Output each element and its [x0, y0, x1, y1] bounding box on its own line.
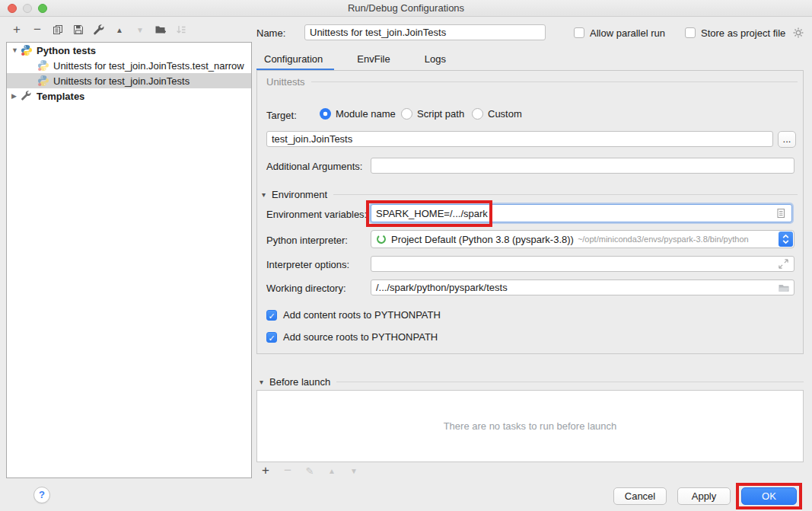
python-tests-icon [21, 44, 33, 56]
add-configuration-icon[interactable]: + [11, 24, 23, 36]
add-content-roots-label: Add content roots to PYTHONPATH [283, 309, 441, 321]
custom-radio[interactable] [472, 108, 483, 120]
target-input[interactable] [266, 131, 773, 147]
name-input[interactable] [304, 24, 546, 40]
edit-templates-wrench-icon[interactable] [93, 24, 105, 36]
python-test-config-icon [37, 75, 49, 87]
additional-arguments-label: Additional Arguments: [266, 158, 362, 174]
working-directory-wrap [371, 279, 794, 295]
additional-arguments-wrap [371, 158, 794, 174]
configuration-tabs: Configuration EnvFile Logs [256, 50, 473, 71]
add-source-roots-option[interactable]: ✓ Add source roots to PYTHONPATH [266, 331, 438, 343]
window-title: Run/Debug Configurations [0, 2, 812, 14]
additional-arguments-input[interactable] [371, 158, 794, 174]
unittests-section-separator: Unittests [266, 76, 798, 88]
allow-parallel-run-checkbox[interactable] [574, 27, 584, 38]
expand-interpreter-options-icon[interactable] [778, 258, 789, 272]
unittests-section-label: Unittests [266, 76, 305, 88]
tab-envfile[interactable]: EnvFile [349, 50, 401, 71]
templates-wrench-icon [21, 90, 33, 102]
ok-button[interactable]: OK [741, 487, 797, 505]
interpreter-options-label: Interpreter options: [266, 257, 349, 273]
interpreter-options-input[interactable] [371, 256, 794, 272]
cancel-button[interactable]: Cancel [613, 487, 667, 505]
environment-collapse-icon[interactable]: ▾ [262, 190, 266, 199]
tree-item-label: Unittests for test_join.JoinTests.test_n… [53, 60, 244, 72]
module-name-label: Module name [336, 108, 396, 120]
tree-item-label: Templates [37, 91, 84, 102]
tree-item-unittests-test-narrow[interactable]: Unittests for test_join.JoinTests.test_n… [7, 58, 251, 73]
before-launch-collapse-icon[interactable]: ▾ [260, 378, 263, 386]
tree-item-label: Python tests [37, 45, 96, 56]
move-down-icon[interactable]: ▼ [134, 24, 146, 36]
target-field-wrap [266, 131, 773, 147]
add-content-roots-checkbox[interactable]: ✓ [266, 310, 277, 321]
custom-label: Custom [488, 108, 522, 120]
script-path-radio[interactable] [401, 108, 412, 120]
working-directory-input[interactable] [371, 279, 794, 295]
target-custom-option[interactable]: Custom [472, 108, 522, 120]
help-button[interactable]: ? [33, 487, 50, 503]
tab-logs[interactable]: Logs [417, 50, 457, 71]
target-script-path-option[interactable]: Script path [401, 108, 464, 120]
before-launch-empty-message: There are no tasks to run before launch [444, 420, 617, 432]
name-field-wrap [304, 24, 546, 40]
before-launch-task-list: There are no tasks to run before launch [256, 390, 804, 462]
remove-task-icon[interactable]: − [282, 465, 294, 477]
before-launch-separator: ▾ Before launch [260, 376, 804, 388]
allow-parallel-run-option[interactable]: Allow parallel run [574, 27, 665, 39]
interpreter-dropdown-stepper-icon[interactable] [779, 232, 793, 247]
remove-configuration-icon[interactable]: − [31, 24, 43, 36]
store-as-project-file-gear-icon[interactable] [792, 27, 804, 39]
script-path-label: Script path [417, 108, 464, 120]
tree-expand-icon[interactable]: ▼ [11, 46, 21, 54]
environment-variables-value: SPARK_HOME=/.../spark [376, 208, 488, 219]
name-label: Name: [256, 25, 285, 41]
title-bar: Run/Debug Configurations [0, 0, 812, 17]
environment-variables-field[interactable]: SPARK_HOME=/.../spark [371, 204, 792, 222]
tree-item-unittests-jointests[interactable]: Unittests for test_join.JoinTests [7, 73, 251, 88]
move-task-up-icon[interactable]: ▲ [326, 465, 338, 477]
move-task-down-icon[interactable]: ▼ [348, 465, 360, 477]
add-task-icon[interactable]: + [260, 465, 272, 477]
tree-item-templates[interactable]: ▶ Templates [7, 88, 251, 104]
edit-task-icon[interactable]: ✎ [304, 465, 316, 477]
save-configuration-icon[interactable] [72, 24, 84, 36]
configurations-tree: ▼ Python tests Unittests for test_join.J… [6, 42, 252, 478]
allow-parallel-run-label: Allow parallel run [590, 27, 665, 39]
browse-target-button[interactable]: ... [778, 131, 796, 148]
tree-item-label: Unittests for test_join.JoinTests [53, 75, 189, 87]
environment-section-label: Environment [272, 189, 327, 200]
module-name-radio[interactable] [320, 108, 331, 120]
browse-working-directory-folder-icon[interactable] [778, 282, 790, 296]
environment-section-separator: ▾ Environment [262, 189, 798, 200]
before-launch-toolbar: + − ✎ ▲ ▼ [260, 465, 360, 477]
apply-button[interactable]: Apply [677, 487, 731, 505]
new-folder-icon[interactable] [154, 24, 167, 36]
configurations-toolbar: + − ▲ ▼ [11, 24, 187, 36]
before-launch-label: Before launch [269, 376, 330, 388]
python-interpreter-select[interactable]: Project Default (Python 3.8 (pyspark-3.8… [371, 230, 794, 248]
move-up-icon[interactable]: ▲ [113, 24, 126, 36]
python-test-config-icon [37, 59, 49, 72]
store-as-project-file-checkbox[interactable] [685, 27, 696, 38]
tab-configuration[interactable]: Configuration [256, 50, 334, 71]
add-source-roots-checkbox[interactable]: ✓ [266, 332, 277, 343]
tree-collapse-icon[interactable]: ▶ [11, 92, 21, 100]
store-as-project-file-label: Store as project file [701, 27, 785, 39]
add-source-roots-label: Add source roots to PYTHONPATH [283, 331, 438, 343]
tree-item-python-tests[interactable]: ▼ Python tests [7, 43, 251, 58]
python-interpreter-path: ~/opt/miniconda3/envs/pyspark-3.8/bin/py… [578, 235, 749, 244]
add-content-roots-option[interactable]: ✓ Add content roots to PYTHONPATH [266, 309, 441, 321]
store-as-project-file-option[interactable]: Store as project file [685, 27, 804, 39]
working-directory-label: Working directory: [266, 280, 346, 296]
target-label: Target: [266, 107, 297, 123]
target-module-name-option[interactable]: Module name [320, 108, 396, 120]
environment-variables-label: Environment variables: [266, 206, 367, 222]
conda-interpreter-icon [376, 234, 387, 244]
sort-configurations-icon[interactable] [175, 24, 187, 36]
python-interpreter-label: Python interpreter: [266, 232, 348, 248]
copy-configuration-icon[interactable] [52, 24, 64, 36]
edit-environment-variables-icon[interactable] [775, 207, 787, 222]
interpreter-options-wrap [371, 256, 794, 272]
